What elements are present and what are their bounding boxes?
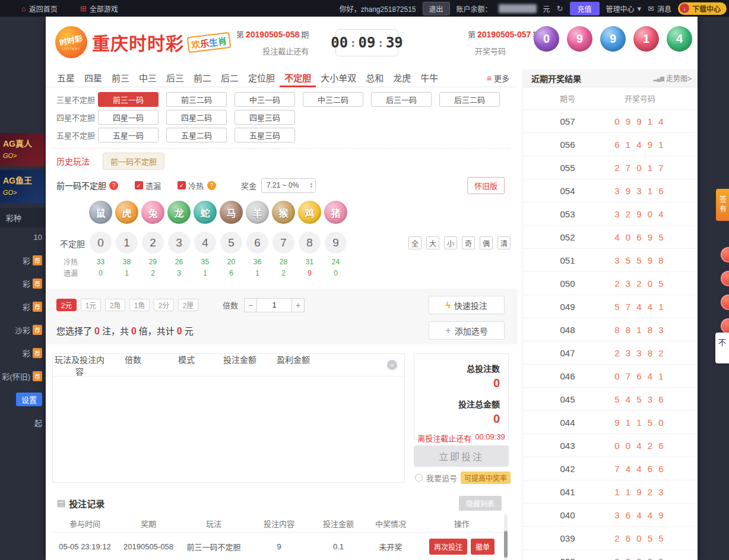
digit-ball[interactable]: 1 xyxy=(116,232,138,254)
result-row[interactable]: 055 2 7 0 1 7 xyxy=(523,156,698,179)
play-tab[interactable]: 五星 xyxy=(52,69,80,87)
trend-chart-link[interactable]: ▂▄▆ 走势图> xyxy=(654,73,692,83)
download-center-button[interactable]: ↓ 下载中心 xyxy=(678,2,727,15)
lottery-menu-item[interactable]: 彩 荐 xyxy=(0,341,46,365)
unit-button[interactable]: 2元 xyxy=(56,299,77,311)
play-tab[interactable]: 中三 xyxy=(134,69,161,87)
digit-ball[interactable]: 8 xyxy=(299,232,321,254)
bet-type-option[interactable]: 五星一码 xyxy=(98,128,159,143)
float-note[interactable]: 不 xyxy=(715,333,729,363)
bet-type-option[interactable]: 四星二码 xyxy=(166,110,227,125)
add-selection-button[interactable]: + 添加选号 xyxy=(429,321,505,340)
result-row[interactable]: 046 0 7 6 4 1 xyxy=(523,365,698,388)
multiplier-value[interactable]: 1 xyxy=(257,298,291,312)
records-scrollbar-thumb[interactable] xyxy=(504,531,508,558)
ag-live-banner[interactable]: AG真人 GO> xyxy=(0,133,46,166)
site-logo[interactable]: 时时彩 LOTTERY 重庆时时彩 欢乐生肖 xyxy=(55,26,230,58)
zodiac-icon[interactable]: 虎 xyxy=(115,201,138,224)
zodiac-icon[interactable]: 猴 xyxy=(272,201,295,224)
result-row[interactable]: 047 2 3 3 8 2 xyxy=(523,341,698,365)
float-service-icon-2[interactable] xyxy=(721,271,729,286)
result-row[interactable]: 040 3 6 4 4 9 xyxy=(523,504,698,527)
result-row[interactable]: 039 2 6 0 5 5 xyxy=(523,527,698,550)
result-row[interactable]: 052 4 0 6 9 5 xyxy=(523,226,698,249)
hide-list-button[interactable]: 隐藏列表 xyxy=(459,496,502,511)
play-tab[interactable]: 四星 xyxy=(80,69,107,87)
sign-in-banner[interactable]: 签有 xyxy=(716,189,729,221)
play-tab[interactable]: 大小单双 xyxy=(316,69,361,87)
prize-select[interactable]: 7.21 ~ 0% ▴▾ xyxy=(261,178,316,193)
admin-center-menu[interactable]: 管理中心 ▾ xyxy=(606,4,642,14)
all-games-link[interactable]: ⊞ 全部游戏 xyxy=(80,4,118,14)
bet-type-option[interactable]: 四星三码 xyxy=(234,110,295,125)
zodiac-icon[interactable]: 兔 xyxy=(141,201,164,224)
result-row[interactable]: 043 0 0 4 2 6 xyxy=(523,434,698,457)
play-tab[interactable]: 前三 xyxy=(107,69,134,87)
unit-button[interactable]: 1角 xyxy=(129,299,150,311)
multiplier-minus-button[interactable]: − xyxy=(244,298,257,312)
result-row[interactable]: 057 0 9 9 1 4 xyxy=(523,110,698,133)
result-row[interactable]: 049 5 7 4 4 1 xyxy=(523,295,698,318)
zodiac-icon[interactable]: 羊 xyxy=(246,201,269,224)
quick-select-button[interactable]: 全 xyxy=(408,236,421,249)
chase-radio[interactable] xyxy=(415,474,423,482)
play-tab[interactable]: 牛牛 xyxy=(416,69,443,87)
play-tab[interactable]: 不定胆 xyxy=(280,69,316,87)
result-row[interactable]: 050 2 3 2 0 5 xyxy=(523,272,698,295)
lottery-menu-item[interactable]: 10 xyxy=(0,226,46,249)
lottery-menu-item[interactable]: 彩 荐 xyxy=(0,272,46,295)
zodiac-icon[interactable]: 马 xyxy=(220,201,243,224)
classic-version-button[interactable]: 怀旧版 xyxy=(467,177,505,194)
play-tab[interactable]: 前二 xyxy=(189,69,216,87)
play-tab[interactable]: 定位胆 xyxy=(243,69,280,87)
lottery-menu-item[interactable]: 彩 荐 xyxy=(0,249,46,272)
more-tabs-button[interactable]: ≡ 更多 xyxy=(487,69,509,87)
digit-ball[interactable]: 4 xyxy=(194,232,216,254)
quick-select-button[interactable]: 偶 xyxy=(480,236,493,249)
zodiac-icon[interactable]: 龙 xyxy=(167,201,191,224)
bet-type-option[interactable]: 五星二码 xyxy=(166,128,227,143)
result-row[interactable]: 041 1 1 9 2 3 xyxy=(523,480,698,504)
lottery-menu-item[interactable]: 起 xyxy=(0,411,46,434)
play-tab[interactable]: 后二 xyxy=(216,69,243,87)
multiplier-plus-button[interactable]: + xyxy=(291,298,305,312)
bet-type-option[interactable]: 五星三码 xyxy=(234,128,295,143)
bet-type-option[interactable]: 前三一码 xyxy=(98,92,159,107)
zodiac-icon[interactable]: 鼠 xyxy=(89,201,112,224)
result-row[interactable]: 054 3 9 3 1 6 xyxy=(523,179,698,203)
omit-checkbox[interactable]: ✓ 遗漏 xyxy=(135,180,161,191)
digit-ball[interactable]: 2 xyxy=(142,232,164,254)
result-row[interactable]: 048 8 8 1 8 3 xyxy=(523,318,698,341)
logout-button[interactable]: 退出 xyxy=(423,2,450,15)
bet-type-option[interactable]: 前三二码 xyxy=(166,92,227,107)
result-row[interactable]: 045 5 4 5 3 6 xyxy=(523,388,698,411)
quick-bet-button[interactable]: ϟ 快速投注 xyxy=(429,296,505,314)
coldhot-help-icon[interactable]: ? xyxy=(207,181,216,190)
cancel-order-button[interactable]: 撤单 xyxy=(471,539,495,555)
quick-select-button[interactable]: 清 xyxy=(497,236,511,249)
ag-fish-banner[interactable]: AG鱼王 GO> xyxy=(0,170,46,203)
unit-button[interactable]: 1元 xyxy=(81,299,101,311)
history-play-tag[interactable]: 前一码不定胆 xyxy=(103,153,164,170)
lottery-menu-item[interactable]: 沙彩 荐 xyxy=(0,318,46,341)
bet-type-option[interactable]: 中三一码 xyxy=(234,92,295,107)
bet-type-option[interactable]: 中三二码 xyxy=(303,92,363,107)
bet-now-button[interactable]: 立即投注 xyxy=(414,445,509,467)
float-service-icon-1[interactable] xyxy=(721,247,729,262)
digit-ball[interactable]: 3 xyxy=(168,232,190,254)
result-row[interactable]: 051 3 5 5 9 8 xyxy=(523,249,698,272)
float-service-icon-4[interactable] xyxy=(721,318,729,334)
result-row[interactable]: 038 0 2 0 3 9 xyxy=(523,550,698,560)
quick-select-button[interactable]: 大 xyxy=(426,236,439,249)
zodiac-icon[interactable]: 猪 xyxy=(324,201,347,224)
digit-ball[interactable]: 6 xyxy=(246,232,268,254)
lottery-menu-item[interactable]: 彩(怀旧) 荐 xyxy=(0,365,46,388)
refresh-balance-icon[interactable]: ↻ xyxy=(557,4,563,13)
quick-select-button[interactable]: 小 xyxy=(444,236,457,249)
zodiac-icon[interactable]: 蛇 xyxy=(194,201,217,224)
clear-list-icon[interactable]: × xyxy=(387,360,397,370)
result-row[interactable]: 053 3 2 9 0 4 xyxy=(523,203,698,226)
result-row[interactable]: 056 6 1 4 9 1 xyxy=(523,133,698,156)
digit-ball[interactable]: 5 xyxy=(220,232,242,254)
coldhot-checkbox[interactable]: ✓ 冷热 xyxy=(178,180,204,191)
